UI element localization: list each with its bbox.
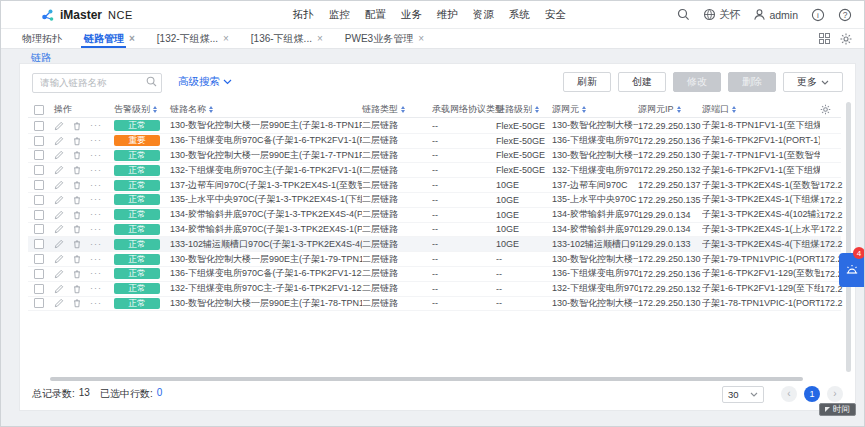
app-grid-icon[interactable] — [819, 33, 830, 44]
more-actions-icon[interactable]: ··· — [90, 299, 102, 308]
more-actions-icon[interactable]: ··· — [90, 225, 102, 234]
care-menu[interactable]: 关怀 — [703, 8, 740, 22]
link-name-cell[interactable]: 134-胶带输斜井底970C(子架1-3-TPK2EX4S-1(PORT-1))… — [170, 223, 362, 236]
more-actions-icon[interactable]: ··· — [90, 269, 102, 278]
table-row[interactable]: ···正常132-下组煤变电所970C主(子架1-6-TPK2FV1-1(POR… — [28, 163, 841, 178]
sort-icon[interactable] — [401, 106, 405, 113]
toolbar-button-4[interactable]: 更多 — [783, 72, 843, 92]
link-name-cell[interactable]: 136-下组煤变电所970C备(子架1-6-TPK2FV1-1(PORT-1))… — [170, 134, 362, 147]
more-actions-icon[interactable]: ··· — [90, 255, 102, 264]
table-row[interactable]: ···正常130-数智化控制大楼一层990E主(子架1-79-TPN1VPIC-… — [28, 252, 841, 267]
link-name-cell[interactable]: 134-胶带输斜井底970C(子架1-3-TPK2EX4S-4(PORT-4))… — [170, 208, 362, 221]
edit-icon[interactable] — [54, 239, 64, 249]
alarm-panel-button[interactable]: 4 — [839, 253, 864, 287]
search-input[interactable] — [32, 73, 162, 93]
delete-icon[interactable] — [72, 298, 82, 308]
nav-item-0[interactable]: 拓扑 — [293, 8, 314, 22]
edit-icon[interactable] — [54, 165, 64, 175]
toolbar-button-1[interactable]: 创建 — [618, 72, 666, 92]
edit-icon[interactable] — [54, 210, 64, 220]
delete-icon[interactable] — [72, 195, 82, 205]
nav-item-3[interactable]: 业务 — [401, 8, 422, 22]
row-checkbox[interactable] — [34, 136, 44, 146]
vertical-scrollbar[interactable] — [846, 102, 851, 372]
row-checkbox[interactable] — [34, 254, 44, 264]
link-name-cell[interactable]: 132-下组煤变电所970C主(子架1-6-TPK2FV1-1(PORT-1))… — [170, 164, 362, 177]
row-checkbox[interactable] — [34, 165, 44, 175]
delete-icon[interactable] — [72, 165, 82, 175]
link-name-cell[interactable]: 133-102辅运顺槽口970C(子架1-3-TPK2EX4S-4(PORT-4… — [170, 238, 362, 251]
delete-icon[interactable] — [72, 254, 82, 264]
search-icon[interactable] — [677, 8, 690, 21]
more-actions-icon[interactable]: ··· — [90, 240, 102, 249]
horizontal-scrollbar[interactable] — [50, 377, 803, 381]
table-row[interactable]: ···正常135-上水平中央970C(子架1-3-TPK2EX4S-1(下组煤变… — [28, 193, 841, 208]
edit-icon[interactable] — [54, 150, 64, 160]
table-row[interactable]: ···正常134-胶带输斜井底970C(子架1-3-TPK2EX4S-4(POR… — [28, 208, 841, 223]
link-name-cell[interactable]: 130-数智化控制大楼一层990E主(子架1-8-TPN1FV1-1(POR..… — [170, 119, 362, 132]
more-actions-icon[interactable]: ··· — [90, 121, 102, 130]
edit-icon[interactable] — [54, 298, 64, 308]
user-menu[interactable]: admin — [753, 8, 798, 21]
tab-1[interactable]: 链路管理× — [73, 29, 146, 48]
table-row[interactable]: ···正常132-下组煤变电所970C主-子架1-6-TPK2FV1-129(P… — [28, 282, 841, 297]
delete-icon[interactable] — [72, 150, 82, 160]
more-actions-icon[interactable]: ··· — [90, 210, 102, 219]
link-name-cell[interactable]: 137-边帮车间970C(子架1-3-TPK2EX4S-1(至数智一层主))-1… — [170, 179, 362, 192]
info-icon[interactable]: i — [811, 8, 825, 22]
tab-close-icon[interactable]: × — [317, 34, 323, 44]
sort-icon[interactable] — [535, 106, 539, 113]
toolbar-button-0[interactable]: 刷新 — [563, 72, 611, 92]
table-row[interactable]: ···正常133-102辅运顺槽口970C(子架1-3-TPK2EX4S-4(P… — [28, 237, 841, 252]
edit-icon[interactable] — [54, 284, 64, 294]
row-checkbox[interactable] — [34, 239, 44, 249]
link-name-cell[interactable]: 135-上水平中央970C(子架1-3-TPK2EX4S-1(下组煤变电所9..… — [170, 193, 362, 206]
more-actions-icon[interactable]: ··· — [90, 151, 102, 160]
delete-icon[interactable] — [72, 121, 82, 131]
table-row[interactable]: ···正常130-数智化控制大楼一层990E主(子架1-7-TPN1FV1-1(… — [28, 149, 841, 164]
link-name-cell[interactable]: 130-数智化控制大楼一层990E主(子架1-79-TPN1VPIC-1(PO.… — [170, 253, 362, 266]
prev-page-button[interactable]: ‹ — [781, 386, 797, 402]
current-page-button[interactable]: 1 — [804, 386, 820, 402]
nav-item-6[interactable]: 系统 — [509, 8, 530, 22]
search-icon[interactable] — [146, 76, 157, 87]
table-row[interactable]: ···正常130-数智化控制大楼一层990E主(子架1-78-TPN1VPIC-… — [28, 297, 841, 312]
row-checkbox[interactable] — [34, 180, 44, 190]
edit-icon[interactable] — [54, 121, 64, 131]
more-actions-icon[interactable]: ··· — [90, 195, 102, 204]
edit-icon[interactable] — [54, 136, 64, 146]
sort-icon[interactable] — [732, 106, 736, 113]
table-row[interactable]: ···正常137-边帮车间970C(子架1-3-TPK2EX4S-1(至数智一层… — [28, 178, 841, 193]
table-row[interactable]: ···正常130-数智化控制大楼一层990E主(子架1-8-TPN1FV1-1(… — [28, 119, 841, 134]
settings-gear-icon[interactable] — [840, 33, 852, 45]
delete-icon[interactable] — [72, 136, 82, 146]
select-all-checkbox[interactable] — [34, 105, 44, 115]
tab-3[interactable]: [136-下组煤...× — [240, 29, 334, 48]
row-checkbox[interactable] — [34, 150, 44, 160]
delete-icon[interactable] — [72, 284, 82, 294]
help-icon[interactable]: ? — [838, 8, 852, 22]
tab-2[interactable]: [132-下组煤...× — [146, 29, 240, 48]
row-checkbox[interactable] — [34, 284, 44, 294]
more-actions-icon[interactable]: ··· — [90, 166, 102, 175]
sort-icon[interactable] — [677, 106, 681, 113]
row-checkbox[interactable] — [34, 195, 44, 205]
tab-close-icon[interactable]: × — [223, 34, 229, 44]
more-actions-icon[interactable]: ··· — [90, 181, 102, 190]
column-settings-gear-icon[interactable] — [820, 104, 831, 115]
table-row[interactable]: ···正常134-胶带输斜井底970C(子架1-3-TPK2EX4S-1(POR… — [28, 223, 841, 238]
advanced-search-link[interactable]: 高级搜索 — [178, 75, 232, 89]
edit-icon[interactable] — [54, 180, 64, 190]
next-page-button[interactable]: › — [827, 386, 843, 402]
delete-icon[interactable] — [72, 210, 82, 220]
row-checkbox[interactable] — [34, 298, 44, 308]
nav-item-7[interactable]: 安全 — [545, 8, 566, 22]
nav-item-1[interactable]: 监控 — [329, 8, 350, 22]
delete-icon[interactable] — [72, 180, 82, 190]
edit-icon[interactable] — [54, 224, 64, 234]
table-row[interactable]: ···正常136-下组煤变电所970C备(子架1-6-TPK2FV1-129(P… — [28, 267, 841, 282]
link-name-cell[interactable]: 130-数智化控制大楼一层990E主(子架1-7-TPN1FV1-1(至数... — [170, 149, 362, 162]
link-name-cell[interactable]: 132-下组煤变电所970C主-子架1-6-TPK2FV1-129(PORT-1… — [170, 282, 362, 295]
nav-item-2[interactable]: 配置 — [365, 8, 386, 22]
table-row[interactable]: ···重要136-下组煤变电所970C备(子架1-6-TPK2FV1-1(POR… — [28, 134, 841, 149]
